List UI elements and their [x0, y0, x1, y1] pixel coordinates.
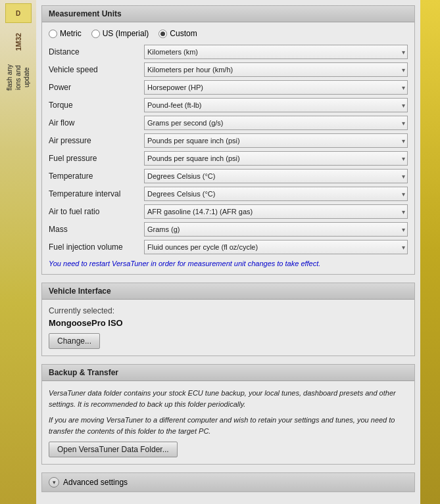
select-torque[interactable]: Pound-feet (ft-lb) Newton-meters (Nm) — [144, 98, 408, 112]
select-air-flow[interactable]: Grams per second (g/s) Pounds per minute… — [144, 116, 408, 130]
select-distance[interactable]: Kilometers (km) Miles (mi) — [144, 45, 408, 59]
row-distance: Distance Kilometers (km) Miles (mi) — [49, 45, 408, 59]
chevron-down-icon: ▾ — [49, 477, 59, 488]
select-fuel-pressure[interactable]: Pounds per square inch (psi) Kilopascals… — [144, 151, 408, 166]
vehicle-name: MongoosePro ISO — [49, 318, 408, 328]
select-temperature[interactable]: Degrees Celsius (°C) Degrees Fahrenheit … — [144, 169, 408, 183]
vehicle-interface-panel: Vehicle Interface Currently selected: Mo… — [41, 283, 415, 356]
select-wrapper-fuel-pressure: Pounds per square inch (psi) Kilopascals… — [144, 151, 408, 166]
main-content: Measurement Units Metric US (Imperial) C… — [36, 0, 420, 504]
label-mass: Mass — [49, 225, 144, 234]
select-temperature-interval[interactable]: Degrees Celsius (°C) Degrees Fahrenheit … — [144, 187, 408, 201]
radio-custom[interactable]: Custom — [159, 29, 197, 38]
row-air-pressure: Air pressure Pounds per square inch (psi… — [49, 133, 408, 148]
row-torque: Torque Pound-feet (ft-lb) Newton-meters … — [49, 98, 408, 112]
select-wrapper-distance: Kilometers (km) Miles (mi) — [144, 45, 408, 59]
select-vehicle-speed[interactable]: Kilometers per hour (km/h) Miles per hou… — [144, 62, 408, 77]
select-wrapper-air-fuel-ratio: AFR gasoline (14.7:1) (AFR gas) Lambda — [144, 204, 408, 219]
vehicle-interface-body: Currently selected: MongoosePro ISO Chan… — [42, 300, 414, 355]
label-fuel-pressure: Fuel pressure — [49, 154, 144, 163]
select-wrapper-temperature-interval: Degrees Celsius (°C) Degrees Fahrenheit … — [144, 187, 408, 201]
top-icon-label: D — [16, 10, 20, 17]
row-air-flow: Air flow Grams per second (g/s) Pounds p… — [49, 116, 408, 130]
backup-transfer-panel: Backup & Transfer VersaTuner data folder… — [41, 364, 415, 465]
top-icon: D — [5, 3, 32, 23]
row-air-fuel-ratio: Air to fuel ratio AFR gasoline (14.7:1) … — [49, 204, 408, 219]
measurement-units-body: Metric US (Imperial) Custom Distance Kil… — [42, 22, 414, 274]
change-button[interactable]: Change... — [49, 333, 100, 349]
select-wrapper-torque: Pound-feet (ft-lb) Newton-meters (Nm) — [144, 98, 408, 112]
label-temperature: Temperature — [49, 172, 144, 181]
radio-circle-metric — [49, 30, 57, 38]
select-wrapper-air-flow: Grams per second (g/s) Pounds per minute… — [144, 116, 408, 130]
select-power[interactable]: Horsepower (HP) Kilowatts (kW) — [144, 80, 408, 95]
select-wrapper-air-pressure: Pounds per square inch (psi) Kilopascals… — [144, 133, 408, 148]
backup-description-1: VersaTuner data folder contains your sto… — [49, 388, 408, 409]
row-temperature-interval: Temperature interval Degrees Celsius (°C… — [49, 187, 408, 201]
radio-circle-us — [91, 30, 100, 38]
label-vehicle-speed: Vehicle speed — [49, 65, 144, 74]
select-air-fuel-ratio[interactable]: AFR gasoline (14.7:1) (AFR gas) Lambda — [144, 204, 408, 219]
label-fuel-injection: Fuel injection volume — [49, 242, 144, 252]
row-fuel-injection: Fuel injection volume Fluid ounces per c… — [49, 240, 408, 254]
label-temperature-interval: Temperature interval — [49, 189, 144, 198]
open-folder-button[interactable]: Open VersaTuner Data Folder... — [49, 442, 178, 457]
label-air-fuel-ratio: Air to fuel ratio — [49, 207, 144, 216]
backup-transfer-header: Backup & Transfer — [42, 365, 414, 381]
row-vehicle-speed: Vehicle speed Kilometers per hour (km/h)… — [49, 62, 408, 77]
label-air-flow: Air flow — [49, 118, 144, 127]
radio-circle-custom — [159, 30, 167, 38]
select-wrapper-vehicle-speed: Kilometers per hour (km/h) Miles per hou… — [144, 62, 408, 77]
restart-note: You need to restart VersaTuner in order … — [49, 260, 408, 267]
measurement-units-panel: Measurement Units Metric US (Imperial) C… — [41, 5, 415, 275]
advanced-settings-label: Advanced settings — [63, 478, 128, 487]
label-distance: Distance — [49, 47, 144, 57]
row-power: Power Horsepower (HP) Kilowatts (kW) — [49, 80, 408, 95]
backup-transfer-body: VersaTuner data folder contains your sto… — [42, 381, 414, 464]
radio-us-imperial[interactable]: US (Imperial) — [91, 29, 149, 38]
label-power: Power — [49, 83, 144, 92]
currently-selected-label: Currently selected: — [49, 306, 408, 315]
vehicle-interface-header: Vehicle Interface — [42, 283, 414, 300]
left-text-vertical: 1M32 — [14, 33, 22, 51]
backup-description-2: If you are moving VersaTuner to a differ… — [49, 415, 408, 436]
select-fuel-injection[interactable]: Fluid ounces per cycle (fl oz/cycle) Cub… — [144, 240, 408, 254]
left-text-block: flash any ions and update — [5, 64, 31, 91]
label-air-pressure: Air pressure — [49, 136, 144, 145]
label-torque: Torque — [49, 101, 144, 110]
select-air-pressure[interactable]: Pounds per square inch (psi) Kilopascals… — [144, 133, 408, 148]
select-mass[interactable]: Grams (g) Ounces (oz) — [144, 222, 408, 237]
row-fuel-pressure: Fuel pressure Pounds per square inch (ps… — [49, 151, 408, 166]
row-temperature: Temperature Degrees Celsius (°C) Degrees… — [49, 169, 408, 183]
advanced-settings-header[interactable]: ▾ Advanced settings — [41, 472, 415, 492]
left-sidebar: D 1M32 flash any ions and update — [0, 0, 36, 504]
measurement-units-header: Measurement Units — [42, 6, 414, 22]
select-wrapper-temperature: Degrees Celsius (°C) Degrees Fahrenheit … — [144, 169, 408, 183]
radio-row: Metric US (Imperial) Custom — [49, 29, 408, 38]
select-wrapper-power: Horsepower (HP) Kilowatts (kW) — [144, 80, 408, 95]
row-mass: Mass Grams (g) Ounces (oz) — [49, 222, 408, 237]
radio-metric[interactable]: Metric — [49, 29, 82, 38]
select-wrapper-fuel-injection: Fluid ounces per cycle (fl oz/cycle) Cub… — [144, 240, 408, 254]
right-sidebar — [420, 0, 440, 504]
select-wrapper-mass: Grams (g) Ounces (oz) — [144, 222, 408, 237]
